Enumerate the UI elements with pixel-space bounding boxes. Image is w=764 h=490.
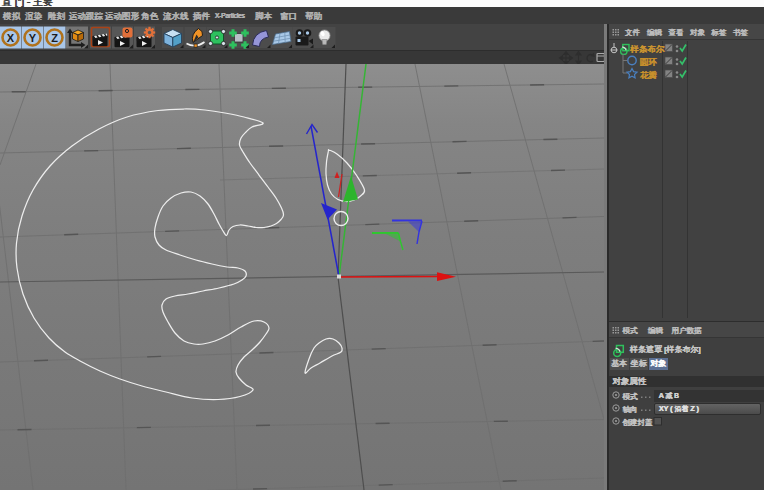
svg-text:Z: Z xyxy=(51,32,58,44)
svg-text:X: X xyxy=(7,32,15,44)
svg-text:Y: Y xyxy=(29,32,37,44)
